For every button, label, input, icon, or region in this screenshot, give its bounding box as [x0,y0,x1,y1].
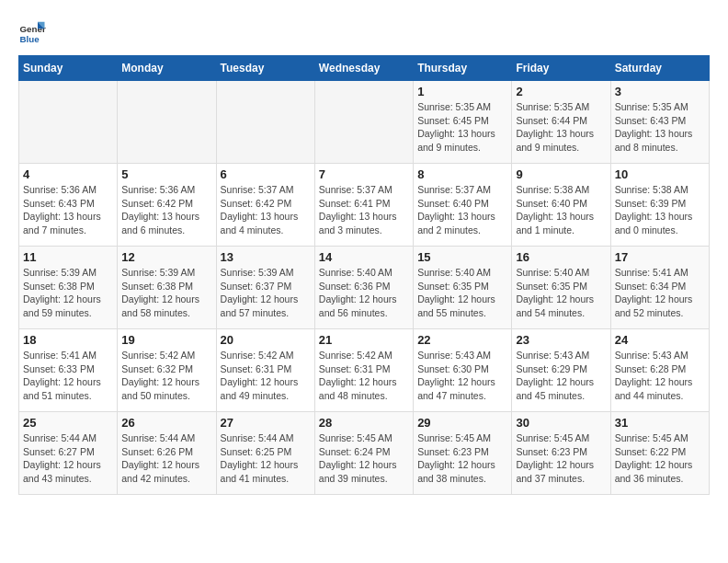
day-number: 4 [23,167,113,181]
day-number: 19 [121,333,211,347]
day-info: Sunrise: 5:39 AM Sunset: 6:37 PM Dayligh… [221,266,311,320]
calendar-cell [118,81,216,164]
day-number: 31 [615,416,705,430]
day-info: Sunrise: 5:44 AM Sunset: 6:25 PM Dayligh… [221,431,311,486]
day-info: Sunrise: 5:44 AM Sunset: 6:26 PM Dayligh… [121,431,211,486]
calendar-cell: 16Sunrise: 5:40 AM Sunset: 6:35 PM Dayli… [512,247,610,329]
day-number: 9 [516,167,606,181]
day-number: 10 [615,167,705,181]
col-header-sunday: Sunday [19,56,118,81]
calendar-cell: 1Sunrise: 5:35 AM Sunset: 6:45 PM Daylig… [414,81,512,164]
col-header-saturday: Saturday [610,56,709,81]
col-header-friday: Friday [512,56,610,81]
col-header-wednesday: Wednesday [314,56,413,81]
day-number: 17 [615,250,705,264]
calendar-cell: 13Sunrise: 5:39 AM Sunset: 6:37 PM Dayli… [216,247,314,329]
day-info: Sunrise: 5:45 AM Sunset: 6:23 PM Dayligh… [516,431,606,486]
calendar-cell: 29Sunrise: 5:45 AM Sunset: 6:23 PM Dayli… [414,412,512,495]
calendar-cell: 28Sunrise: 5:45 AM Sunset: 6:24 PM Dayli… [314,412,413,495]
day-number: 23 [516,333,606,347]
calendar-cell: 24Sunrise: 5:43 AM Sunset: 6:28 PM Dayli… [610,329,709,412]
day-number: 26 [121,416,211,430]
logo: General Blue [18,18,46,46]
day-info: Sunrise: 5:38 AM Sunset: 6:40 PM Dayligh… [516,183,606,237]
calendar-cell: 12Sunrise: 5:39 AM Sunset: 6:38 PM Dayli… [118,247,216,329]
day-info: Sunrise: 5:37 AM Sunset: 6:42 PM Dayligh… [221,183,311,237]
day-info: Sunrise: 5:43 AM Sunset: 6:28 PM Dayligh… [615,349,705,403]
day-number: 15 [417,250,507,264]
day-info: Sunrise: 5:41 AM Sunset: 6:34 PM Dayligh… [615,266,705,320]
week-row-3: 11Sunrise: 5:39 AM Sunset: 6:38 PM Dayli… [19,247,710,329]
day-info: Sunrise: 5:45 AM Sunset: 6:22 PM Dayligh… [615,431,705,486]
calendar-cell: 14Sunrise: 5:40 AM Sunset: 6:36 PM Dayli… [314,247,413,329]
day-number: 25 [23,416,113,430]
col-header-monday: Monday [118,56,216,81]
day-number: 22 [417,333,507,347]
svg-text:Blue: Blue [20,34,40,44]
day-info: Sunrise: 5:40 AM Sunset: 6:35 PM Dayligh… [516,266,606,320]
day-number: 5 [121,167,211,181]
day-info: Sunrise: 5:40 AM Sunset: 6:36 PM Dayligh… [319,266,409,320]
calendar-cell: 3Sunrise: 5:35 AM Sunset: 6:43 PM Daylig… [610,81,709,164]
day-number: 2 [516,85,606,98]
calendar-cell: 4Sunrise: 5:36 AM Sunset: 6:43 PM Daylig… [19,164,118,247]
day-info: Sunrise: 5:42 AM Sunset: 6:32 PM Dayligh… [121,349,211,403]
day-info: Sunrise: 5:37 AM Sunset: 6:41 PM Dayligh… [319,183,409,237]
day-number: 30 [516,416,606,430]
calendar-cell: 11Sunrise: 5:39 AM Sunset: 6:38 PM Dayli… [19,247,118,329]
calendar-cell: 18Sunrise: 5:41 AM Sunset: 6:33 PM Dayli… [19,329,118,412]
day-number: 1 [417,85,507,98]
day-number: 7 [319,167,409,181]
calendar-cell: 8Sunrise: 5:37 AM Sunset: 6:40 PM Daylig… [414,164,512,247]
day-number: 14 [319,250,409,264]
calendar-cell: 30Sunrise: 5:45 AM Sunset: 6:23 PM Dayli… [512,412,610,495]
calendar-cell [19,81,118,164]
day-number: 12 [121,250,211,264]
day-info: Sunrise: 5:39 AM Sunset: 6:38 PM Dayligh… [23,266,113,320]
day-number: 3 [615,85,705,98]
week-row-1: 1Sunrise: 5:35 AM Sunset: 6:45 PM Daylig… [19,81,710,164]
calendar-cell: 5Sunrise: 5:36 AM Sunset: 6:42 PM Daylig… [118,164,216,247]
day-info: Sunrise: 5:43 AM Sunset: 6:30 PM Dayligh… [417,349,507,403]
calendar-cell: 27Sunrise: 5:44 AM Sunset: 6:25 PM Dayli… [216,412,314,495]
day-info: Sunrise: 5:41 AM Sunset: 6:33 PM Dayligh… [23,349,113,403]
calendar-header-row: SundayMondayTuesdayWednesdayThursdayFrid… [19,56,710,81]
day-number: 27 [221,416,311,430]
day-info: Sunrise: 5:39 AM Sunset: 6:38 PM Dayligh… [121,266,211,320]
day-info: Sunrise: 5:42 AM Sunset: 6:31 PM Dayligh… [319,349,409,403]
calendar-cell: 15Sunrise: 5:40 AM Sunset: 6:35 PM Dayli… [414,247,512,329]
calendar-cell [314,81,413,164]
calendar-cell: 23Sunrise: 5:43 AM Sunset: 6:29 PM Dayli… [512,329,610,412]
day-number: 20 [221,333,311,347]
day-info: Sunrise: 5:37 AM Sunset: 6:40 PM Dayligh… [417,183,507,237]
col-header-thursday: Thursday [414,56,512,81]
calendar-cell: 22Sunrise: 5:43 AM Sunset: 6:30 PM Dayli… [414,329,512,412]
calendar-cell: 25Sunrise: 5:44 AM Sunset: 6:27 PM Dayli… [19,412,118,495]
logo-icon: General Blue [18,18,46,46]
day-number: 11 [23,250,113,264]
calendar-cell: 9Sunrise: 5:38 AM Sunset: 6:40 PM Daylig… [512,164,610,247]
day-number: 29 [417,416,507,430]
day-info: Sunrise: 5:42 AM Sunset: 6:31 PM Dayligh… [221,349,311,403]
col-header-tuesday: Tuesday [216,56,314,81]
calendar-cell: 7Sunrise: 5:37 AM Sunset: 6:41 PM Daylig… [314,164,413,247]
day-info: Sunrise: 5:45 AM Sunset: 6:24 PM Dayligh… [319,431,409,486]
calendar-cell: 19Sunrise: 5:42 AM Sunset: 6:32 PM Dayli… [118,329,216,412]
day-info: Sunrise: 5:36 AM Sunset: 6:42 PM Dayligh… [121,183,211,237]
calendar-cell: 26Sunrise: 5:44 AM Sunset: 6:26 PM Dayli… [118,412,216,495]
day-number: 21 [319,333,409,347]
day-info: Sunrise: 5:38 AM Sunset: 6:39 PM Dayligh… [615,183,705,237]
day-number: 24 [615,333,705,347]
day-number: 16 [516,250,606,264]
calendar-cell: 6Sunrise: 5:37 AM Sunset: 6:42 PM Daylig… [216,164,314,247]
day-info: Sunrise: 5:35 AM Sunset: 6:44 PM Dayligh… [516,100,606,155]
day-info: Sunrise: 5:35 AM Sunset: 6:45 PM Dayligh… [417,100,507,155]
calendar-cell: 21Sunrise: 5:42 AM Sunset: 6:31 PM Dayli… [314,329,413,412]
day-info: Sunrise: 5:40 AM Sunset: 6:35 PM Dayligh… [417,266,507,320]
calendar-cell: 2Sunrise: 5:35 AM Sunset: 6:44 PM Daylig… [512,81,610,164]
day-info: Sunrise: 5:45 AM Sunset: 6:23 PM Dayligh… [417,431,507,486]
day-info: Sunrise: 5:43 AM Sunset: 6:29 PM Dayligh… [516,349,606,403]
calendar-table: SundayMondayTuesdayWednesdayThursdayFrid… [18,55,710,495]
day-info: Sunrise: 5:44 AM Sunset: 6:27 PM Dayligh… [23,431,113,486]
day-info: Sunrise: 5:35 AM Sunset: 6:43 PM Dayligh… [615,100,705,155]
